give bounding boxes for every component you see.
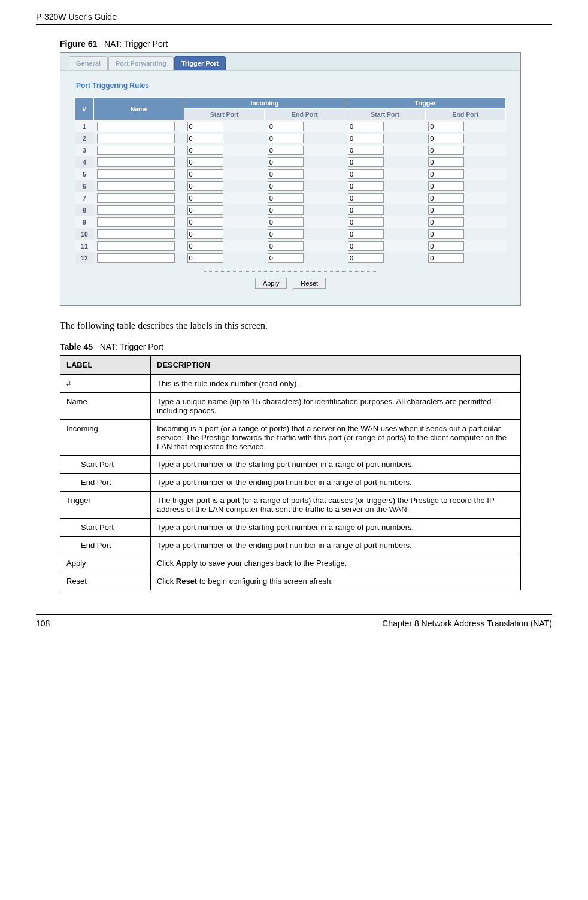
trigger-start-input[interactable] xyxy=(348,169,384,179)
tab-port-forwarding[interactable]: Port Forwarding xyxy=(108,56,174,70)
tab-trigger-port[interactable]: Trigger Port xyxy=(174,56,226,70)
page-number: 108 xyxy=(36,619,50,628)
trigger-end-input[interactable] xyxy=(428,217,464,227)
incoming-end-input[interactable] xyxy=(268,146,304,155)
table-row: TriggerThe trigger port is a port (or a … xyxy=(60,492,521,519)
name-input[interactable] xyxy=(97,157,175,167)
trigger-end-input[interactable] xyxy=(428,157,464,167)
table-row: 5 xyxy=(75,168,506,180)
th-number: # xyxy=(75,98,94,120)
cell-label: Trigger xyxy=(60,492,151,519)
incoming-start-input[interactable] xyxy=(187,217,223,227)
trigger-start-input[interactable] xyxy=(348,181,384,191)
table-row: 6 xyxy=(75,180,506,192)
button-row: Apply Reset xyxy=(60,275,520,297)
name-input[interactable] xyxy=(97,134,175,143)
trigger-end-input[interactable] xyxy=(428,169,464,179)
th-incoming: Incoming xyxy=(184,98,345,109)
incoming-start-input[interactable] xyxy=(187,253,223,263)
th-incoming-start: Start Port xyxy=(184,109,265,120)
cell-label: Incoming xyxy=(60,420,151,456)
name-input[interactable] xyxy=(97,169,175,179)
incoming-end-input[interactable] xyxy=(268,181,304,191)
table-caption: Table 45 NAT: Trigger Port xyxy=(60,342,552,351)
incoming-end-input[interactable] xyxy=(268,122,304,131)
row-number: 10 xyxy=(75,228,94,240)
trigger-start-input[interactable] xyxy=(348,217,384,227)
tab-general[interactable]: General xyxy=(69,56,108,70)
trigger-start-input[interactable] xyxy=(348,157,384,167)
table-row: ResetClick Reset to begin configuring th… xyxy=(60,572,521,590)
apply-button[interactable]: Apply xyxy=(255,278,287,289)
incoming-start-input[interactable] xyxy=(187,205,223,215)
trigger-start-input[interactable] xyxy=(348,134,384,143)
trigger-end-input[interactable] xyxy=(428,181,464,191)
trigger-end-input[interactable] xyxy=(428,253,464,263)
cell-description: The trigger port is a port (or a range o… xyxy=(151,492,521,519)
table-row: 2 xyxy=(75,132,506,144)
incoming-end-input[interactable] xyxy=(268,229,304,239)
trigger-end-input[interactable] xyxy=(428,122,464,131)
trigger-end-input[interactable] xyxy=(428,146,464,155)
trigger-end-input[interactable] xyxy=(428,205,464,215)
name-input[interactable] xyxy=(97,146,175,155)
panel: Port Triggering Rules # Name Incoming Tr… xyxy=(60,70,520,305)
th-name: Name xyxy=(94,98,184,120)
row-number: 5 xyxy=(75,168,94,180)
name-input[interactable] xyxy=(97,253,175,263)
trigger-end-input[interactable] xyxy=(428,134,464,143)
name-input[interactable] xyxy=(97,217,175,227)
trigger-end-input[interactable] xyxy=(428,229,464,239)
table-row: End PortType a port number or the ending… xyxy=(60,474,521,492)
row-number: 11 xyxy=(75,240,94,252)
table-row: 11 xyxy=(75,240,506,252)
incoming-start-input[interactable] xyxy=(187,122,223,131)
table-row: 4 xyxy=(75,156,506,168)
table-row: 1 xyxy=(75,120,506,133)
name-input[interactable] xyxy=(97,122,175,131)
incoming-start-input[interactable] xyxy=(187,134,223,143)
guide-title: P-320W User's Guide xyxy=(36,12,552,22)
table-row: 10 xyxy=(75,228,506,240)
row-number: 3 xyxy=(75,144,94,156)
incoming-start-input[interactable] xyxy=(187,157,223,167)
incoming-start-input[interactable] xyxy=(187,241,223,251)
name-input[interactable] xyxy=(97,181,175,191)
incoming-end-input[interactable] xyxy=(268,134,304,143)
incoming-start-input[interactable] xyxy=(187,193,223,203)
trigger-start-input[interactable] xyxy=(348,193,384,203)
trigger-start-input[interactable] xyxy=(348,146,384,155)
incoming-start-input[interactable] xyxy=(187,146,223,155)
row-number: 4 xyxy=(75,156,94,168)
trigger-start-input[interactable] xyxy=(348,205,384,215)
incoming-end-input[interactable] xyxy=(268,157,304,167)
incoming-start-input[interactable] xyxy=(187,169,223,179)
incoming-end-input[interactable] xyxy=(268,253,304,263)
incoming-end-input[interactable] xyxy=(268,217,304,227)
incoming-start-input[interactable] xyxy=(187,181,223,191)
row-number: 7 xyxy=(75,192,94,204)
cell-label: End Port xyxy=(60,474,151,492)
trigger-start-input[interactable] xyxy=(348,241,384,251)
trigger-end-input[interactable] xyxy=(428,193,464,203)
page-footer: 108 Chapter 8 Network Address Translatio… xyxy=(36,619,552,628)
trigger-start-input[interactable] xyxy=(348,253,384,263)
trigger-end-input[interactable] xyxy=(428,241,464,251)
cell-description: Click Apply to save your changes back to… xyxy=(151,554,521,572)
name-input[interactable] xyxy=(97,193,175,203)
incoming-end-input[interactable] xyxy=(268,205,304,215)
name-input[interactable] xyxy=(97,229,175,239)
incoming-end-input[interactable] xyxy=(268,241,304,251)
incoming-end-input[interactable] xyxy=(268,169,304,179)
table-row: Start PortType a port number or the star… xyxy=(60,519,521,537)
cell-description: This is the rule index number (read-only… xyxy=(151,375,521,393)
cell-label: Apply xyxy=(60,554,151,572)
incoming-end-input[interactable] xyxy=(268,193,304,203)
reset-button[interactable]: Reset xyxy=(293,278,326,289)
name-input[interactable] xyxy=(97,241,175,251)
trigger-start-input[interactable] xyxy=(348,122,384,131)
name-input[interactable] xyxy=(97,205,175,215)
trigger-start-input[interactable] xyxy=(348,229,384,239)
table-row: 3 xyxy=(75,144,506,156)
incoming-start-input[interactable] xyxy=(187,229,223,239)
